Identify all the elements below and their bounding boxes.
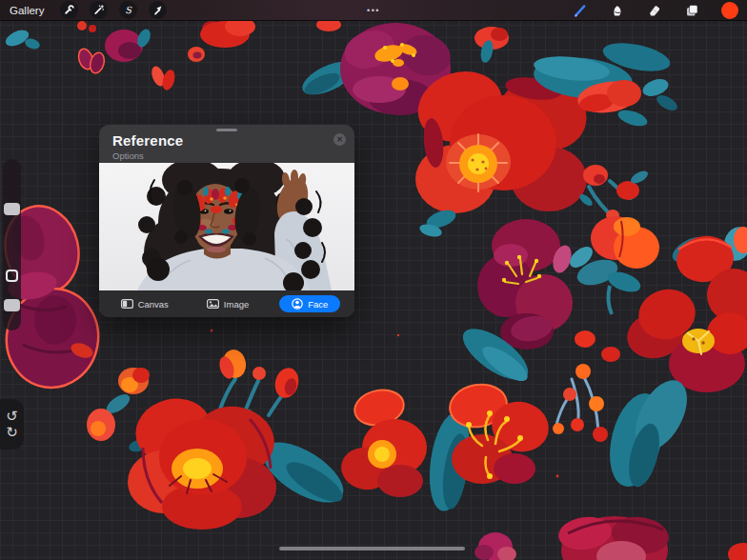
image-icon (207, 299, 219, 309)
reference-panel: Reference Options ✕ (99, 125, 354, 317)
close-icon[interactable]: ✕ (333, 133, 346, 146)
brush-size-slider[interactable] (4, 203, 20, 215)
undo-button[interactable]: ↺ (6, 410, 18, 424)
transform-button[interactable] (149, 1, 167, 19)
reference-tab-bar: Canvas Image Face (99, 290, 354, 317)
flowers-top-left (3, 17, 341, 91)
color-swatch-button[interactable] (721, 2, 738, 19)
canvas-icon (121, 299, 133, 309)
smudge-finger-icon (610, 3, 625, 18)
reference-portrait (99, 163, 354, 290)
flower-cluster-bottom-left (87, 348, 353, 530)
adjustments-button[interactable] (90, 1, 108, 19)
wrench-icon (63, 4, 75, 16)
gallery-button[interactable]: Gallery (10, 5, 44, 16)
reference-photo[interactable] (99, 163, 354, 290)
tab-face[interactable]: Face (279, 295, 340, 312)
reference-title: Reference (112, 132, 341, 149)
flower-red-gold-center (447, 312, 555, 484)
tab-image[interactable]: Image (199, 296, 256, 312)
erase-tool-button[interactable] (647, 3, 662, 18)
paintbrush-icon (573, 3, 588, 18)
opacity-slider[interactable] (4, 299, 20, 311)
tab-canvas-label: Canvas (138, 299, 169, 310)
reference-options-button[interactable]: Options (112, 150, 341, 161)
sidebar-sliders (3, 159, 21, 330)
transform-arrow-icon (151, 4, 164, 16)
face-icon (292, 298, 303, 310)
layers-icon (684, 3, 699, 18)
redo-button[interactable]: ↻ (6, 426, 18, 440)
magic-wand-icon (92, 4, 105, 16)
actions-button[interactable] (60, 1, 78, 19)
history-controls: ↺ ↻ (0, 399, 24, 450)
reference-header: Reference Options ✕ (99, 125, 354, 163)
modify-button[interactable] (6, 270, 18, 282)
smudge-tool-button[interactable] (610, 3, 625, 18)
selection-button[interactable]: S (119, 1, 137, 19)
home-indicator[interactable] (279, 547, 465, 550)
selection-s-icon: S (122, 4, 134, 16)
flowers-bottom-edge (474, 513, 747, 560)
tab-face-label: Face (308, 299, 328, 310)
paint-tool-button[interactable] (573, 3, 588, 18)
procreate-app: Gallery S (0, 0, 747, 560)
top-toolbar: Gallery S (0, 0, 747, 21)
tab-image-label: Image (224, 299, 249, 310)
active-color-swatch (721, 2, 738, 19)
eraser-icon (647, 3, 662, 18)
canvas-overflow-menu[interactable]: ••• (367, 0, 380, 21)
svg-text:S: S (126, 5, 133, 15)
layers-button[interactable] (684, 3, 699, 18)
buds-mid-right (577, 165, 650, 221)
tab-canvas[interactable]: Canvas (113, 296, 176, 312)
